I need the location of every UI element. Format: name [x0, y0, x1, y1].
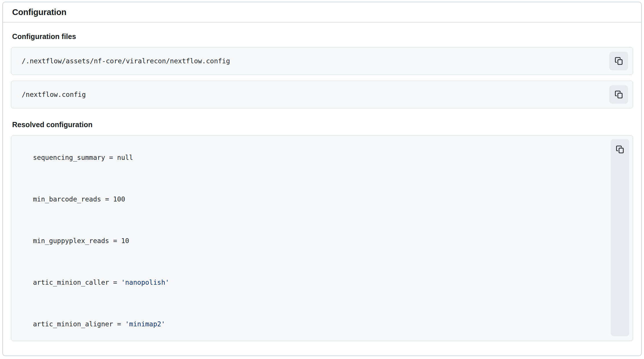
- panel-body: Configuration files /.nextflow/assets/nf…: [3, 32, 641, 341]
- code-key: artic_minion_caller: [33, 279, 109, 286]
- panel-header: Configuration: [3, 2, 641, 23]
- resolved-config-code[interactable]: sequencing_summary = null min_barcode_re…: [11, 135, 633, 341]
- code-value: 'minimap2': [125, 320, 165, 328]
- config-file-list: /.nextflow/assets/nf-core/viralrecon/nex…: [11, 47, 633, 108]
- code-separator: =: [109, 279, 121, 286]
- code-key: sequencing_summary: [33, 154, 105, 161]
- code-line: min_guppyplex_reads = 10: [17, 236, 633, 246]
- copy-file-path-button[interactable]: [609, 52, 628, 70]
- code-separator: =: [101, 195, 113, 203]
- code-line: artic_minion_caller = 'nanopolish': [17, 277, 633, 288]
- configuration-panel: Configuration Configuration files /.next…: [2, 2, 642, 356]
- code-separator: =: [113, 320, 125, 328]
- code-line: sequencing_summary = null: [17, 152, 633, 163]
- code-value: 'nanopolish': [121, 279, 169, 286]
- code-value: 100: [113, 195, 125, 203]
- code-key: min_barcode_reads: [33, 195, 101, 203]
- config-file-path: /nextflow.config: [22, 91, 86, 98]
- code-copy-gutter: [611, 139, 629, 336]
- config-file-box: /.nextflow/assets/nf-core/viralrecon/nex…: [11, 47, 633, 75]
- code-value: 10: [121, 237, 129, 245]
- code-line: artic_minion_aligner = 'minimap2': [17, 319, 633, 329]
- code-separator: =: [105, 154, 117, 161]
- code-separator: =: [109, 237, 121, 245]
- code-key: artic_minion_aligner: [33, 320, 113, 328]
- resolved-config-box: sequencing_summary = null min_barcode_re…: [11, 135, 633, 341]
- copy-resolved-config-button[interactable]: [614, 144, 626, 155]
- code-key: min_guppyplex_reads: [33, 237, 109, 245]
- config-files-heading: Configuration files: [12, 32, 632, 41]
- resolved-config-heading: Resolved configuration: [12, 121, 632, 129]
- code-value: null: [117, 154, 133, 161]
- page-title: Configuration: [12, 8, 66, 17]
- config-file-path: /.nextflow/assets/nf-core/viralrecon/nex…: [22, 57, 230, 65]
- copy-icon: [614, 56, 623, 66]
- code-line: min_barcode_reads = 100: [17, 194, 633, 204]
- config-file-box: /nextflow.config: [11, 81, 633, 108]
- copy-file-path-button[interactable]: [609, 85, 628, 104]
- copy-icon: [614, 90, 623, 99]
- copy-icon: [615, 145, 625, 154]
